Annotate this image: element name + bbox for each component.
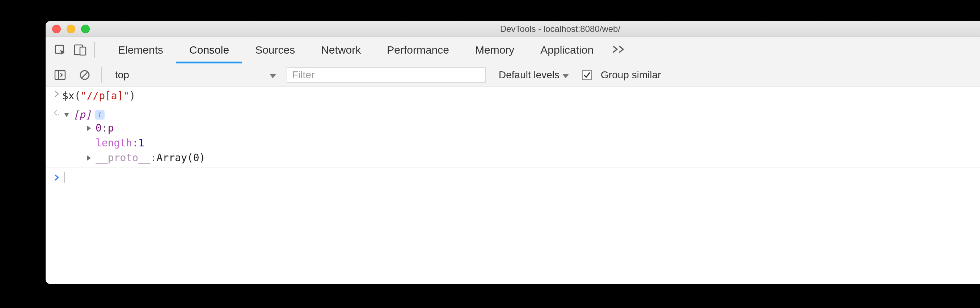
filter-input[interactable] (286, 67, 486, 83)
panel-tabbar: Elements Console Sources Network Perform… (46, 37, 980, 63)
devtools-window: DevTools - localhost:8080/web/ Elements … (46, 21, 980, 284)
prompt-marker-icon (51, 173, 62, 181)
tab-elements[interactable]: Elements (105, 37, 176, 63)
tree-item-length[interactable]: length: 1 (85, 136, 980, 150)
tab-label: Elements (118, 44, 163, 56)
console-result-row: [p] i 0: p length: 1 (46, 105, 980, 167)
array-summary: [p] (73, 109, 92, 121)
tab-label: Sources (255, 44, 295, 56)
tab-label: Memory (475, 44, 514, 56)
tab-performance[interactable]: Performance (374, 37, 462, 63)
caret-down-icon (562, 69, 569, 81)
tree-key: length (95, 137, 132, 149)
log-levels-selector[interactable]: Default levels (499, 69, 569, 81)
tree-value: 1 (138, 137, 145, 149)
tab-console[interactable]: Console (176, 37, 242, 63)
svg-rect-6 (55, 71, 65, 79)
svg-rect-2 (80, 47, 86, 55)
divider (101, 67, 102, 83)
execution-context-selector[interactable]: top (108, 67, 282, 83)
console-prompt[interactable] (46, 167, 980, 187)
tab-label: Performance (387, 44, 449, 56)
tree-item-index[interactable]: 0: p (85, 121, 980, 136)
more-tabs-icon[interactable] (612, 44, 625, 56)
fn-name: $x (62, 90, 75, 102)
window-controls (52, 25, 90, 34)
console-output: $x("//p[a]") [p] i (46, 87, 980, 187)
close-window-button[interactable] (52, 25, 61, 34)
tab-label: Network (321, 44, 361, 56)
svg-line-9 (82, 72, 88, 78)
tree-item-proto[interactable]: __proto__: Array(0) (85, 150, 980, 165)
inspect-element-icon[interactable] (50, 41, 70, 59)
tab-memory[interactable]: Memory (462, 37, 527, 63)
zoom-window-button[interactable] (81, 25, 90, 34)
window-titlebar: DevTools - localhost:8080/web/ (46, 21, 980, 37)
tree-value: p (108, 122, 114, 134)
group-similar-checkbox[interactable] (582, 70, 592, 80)
console-input-echo: $x("//p[a]") (46, 87, 980, 105)
tab-sources[interactable]: Sources (242, 37, 308, 63)
disclosure-triangle-icon[interactable] (85, 125, 93, 131)
clear-console-icon[interactable] (75, 66, 95, 84)
tab-network[interactable]: Network (308, 37, 374, 63)
tab-label: Application (540, 44, 593, 56)
context-value: top (115, 69, 129, 81)
text-cursor (64, 172, 64, 183)
group-similar-label: Group similar (601, 69, 661, 81)
tree-value: Array(0) (157, 152, 205, 164)
result-tree: [p] i 0: p length: 1 (62, 109, 980, 165)
disclosure-triangle-icon[interactable] (85, 155, 93, 161)
minimize-window-button[interactable] (67, 25, 75, 34)
result-summary-row[interactable]: [p] i (62, 109, 980, 121)
window-title: DevTools - localhost:8080/web/ (46, 24, 980, 34)
divider (94, 42, 95, 58)
info-icon[interactable]: i (95, 110, 105, 120)
panel-tabs: Elements Console Sources Network Perform… (105, 37, 606, 63)
device-toolbar-icon[interactable] (70, 41, 91, 59)
output-marker-icon (51, 109, 62, 116)
levels-label: Default levels (499, 69, 560, 81)
disclosure-triangle-open-icon[interactable] (62, 112, 71, 117)
svg-point-10 (58, 114, 59, 115)
object-tree: 0: p length: 1 __proto__: Array(0) (62, 121, 980, 165)
fn-arg: "//p[a]" (81, 90, 130, 102)
caret-down-icon (270, 69, 276, 81)
input-marker-icon (51, 90, 62, 97)
tab-application[interactable]: Application (527, 37, 606, 63)
console-sidebar-toggle-icon[interactable] (50, 66, 70, 84)
echoed-expression[interactable]: $x("//p[a]") (62, 90, 135, 102)
tree-key: 0 (95, 122, 102, 134)
tree-key: __proto__ (95, 152, 151, 164)
tab-label: Console (189, 44, 229, 56)
console-toolbar: top Default levels Group similar (46, 63, 980, 87)
